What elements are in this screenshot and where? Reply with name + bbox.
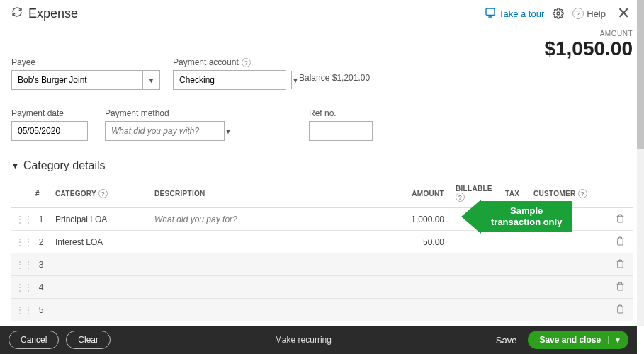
payee-label: Payee	[11, 57, 160, 67]
drag-handle-icon[interactable]: ⋮⋮	[11, 276, 31, 299]
chevron-down-icon[interactable]: ▼	[142, 71, 159, 89]
take-tour-link[interactable]: Take a tour	[485, 7, 544, 21]
chevron-down-icon[interactable]: ▼	[224, 122, 232, 140]
close-button[interactable]: ✕	[614, 4, 633, 23]
row-number: 3	[31, 253, 51, 276]
category-cell[interactable]	[51, 253, 150, 276]
col-category: CATEGORY ?	[51, 179, 150, 208]
tour-label: Take a tour	[499, 8, 544, 19]
tax-cell[interactable]	[501, 276, 529, 299]
tax-cell[interactable]	[501, 231, 529, 253]
description-cell[interactable]	[150, 299, 395, 321]
amount-cell[interactable]: 50.00	[395, 231, 451, 253]
amount-cell[interactable]	[395, 253, 451, 276]
title-text: Expense	[28, 6, 78, 21]
description-cell[interactable]	[150, 231, 395, 253]
chevron-down-icon[interactable]: ▼	[608, 336, 621, 344]
description-cell[interactable]	[150, 253, 395, 276]
category-cell[interactable]	[51, 276, 150, 299]
customer-cell[interactable]	[529, 253, 607, 276]
chevron-down-icon[interactable]: ▼	[291, 71, 299, 89]
delete-row-button[interactable]	[607, 299, 633, 321]
svg-rect-0	[486, 8, 495, 15]
drag-handle-icon[interactable]: ⋮⋮	[11, 299, 31, 321]
billable-cell[interactable]	[451, 276, 501, 299]
payee-input[interactable]	[12, 71, 142, 89]
drag-handle-icon[interactable]: ⋮⋮	[11, 253, 31, 276]
category-cell[interactable]	[51, 299, 150, 321]
amount-cell[interactable]: 1,000.00	[395, 208, 451, 231]
payment-date-label: Payment date	[11, 108, 88, 118]
help-icon[interactable]: ?	[98, 189, 108, 198]
billable-cell[interactable]	[451, 299, 501, 321]
page-title: Expense	[11, 6, 485, 21]
ref-no-input[interactable]	[309, 121, 373, 141]
payment-date-input[interactable]	[11, 121, 88, 141]
drag-handle-icon[interactable]: ⋮⋮	[11, 231, 31, 253]
chevron-down-icon: ▼	[11, 161, 19, 170]
clear-button[interactable]: Clear	[66, 331, 111, 349]
billable-cell[interactable]	[451, 231, 501, 253]
row-number: 5	[31, 299, 51, 321]
sample-callout: Sample transaction only	[461, 200, 572, 234]
table-row[interactable]: ⋮⋮4	[11, 276, 633, 299]
recurring-icon	[11, 6, 23, 21]
svg-point-1	[557, 12, 560, 15]
customer-cell[interactable]	[529, 276, 607, 299]
help-icon[interactable]: ?	[578, 189, 587, 198]
balance-text: Balance $1,201.00	[299, 73, 370, 83]
payment-account-select[interactable]: ▼	[173, 70, 286, 90]
save-and-close-button[interactable]: Save and close ▼	[528, 331, 628, 349]
row-number: 4	[31, 276, 51, 299]
customer-cell[interactable]	[529, 231, 607, 253]
help-label: Help	[587, 8, 606, 19]
help-button[interactable]: ? Help	[572, 8, 606, 19]
table-row[interactable]: ⋮⋮2Interest LOA50.00	[11, 231, 633, 253]
tax-cell[interactable]	[501, 299, 529, 321]
delete-row-button[interactable]	[607, 208, 633, 231]
amount-label: AMOUNT	[0, 30, 633, 38]
col-description: DESCRIPTION	[150, 179, 395, 208]
tour-icon	[485, 7, 496, 21]
payee-select[interactable]: ▼	[11, 70, 160, 90]
save-button[interactable]: Save	[496, 335, 517, 346]
delete-row-button[interactable]	[607, 253, 633, 276]
tax-cell[interactable]	[501, 253, 529, 276]
category-details-toggle[interactable]: ▼ Category details	[11, 159, 633, 172]
delete-row-button[interactable]	[607, 276, 633, 299]
footer-bar: Cancel Clear Make recurring Save Save an…	[0, 326, 637, 354]
billable-cell[interactable]	[451, 253, 501, 276]
table-row[interactable]: ⋮⋮5	[11, 299, 633, 321]
payment-method-input[interactable]	[106, 122, 224, 140]
payment-method-label: Payment method	[105, 108, 225, 118]
make-recurring-link[interactable]: Make recurring	[118, 335, 489, 345]
section-title-text: Category details	[23, 159, 106, 172]
amount-cell[interactable]	[395, 299, 451, 321]
category-cell[interactable]: Principal LOA	[51, 208, 150, 231]
description-cell[interactable]	[150, 276, 395, 299]
amount-cell[interactable]	[395, 276, 451, 299]
delete-row-button[interactable]	[607, 231, 633, 253]
help-icon: ?	[572, 8, 584, 19]
cancel-button[interactable]: Cancel	[9, 331, 59, 349]
settings-button[interactable]	[553, 8, 564, 19]
row-number: 2	[31, 231, 51, 253]
table-row[interactable]: ⋮⋮3	[11, 253, 633, 276]
col-num: #	[31, 179, 51, 208]
description-input[interactable]	[154, 215, 390, 224]
help-icon[interactable]: ?	[242, 58, 251, 67]
ref-no-label: Ref no.	[309, 108, 373, 118]
payment-method-select[interactable]: ▼	[105, 121, 225, 141]
payment-account-input[interactable]	[174, 71, 291, 89]
row-number: 1	[31, 208, 51, 231]
vertical-scrollbar[interactable]	[637, 0, 644, 326]
description-cell[interactable]	[150, 208, 395, 231]
col-amount: AMOUNT	[395, 179, 451, 208]
category-cell[interactable]: Interest LOA	[51, 231, 150, 253]
drag-handle-icon[interactable]: ⋮⋮	[11, 208, 31, 231]
payment-account-label: Payment account ?	[173, 57, 286, 67]
customer-cell[interactable]	[529, 299, 607, 321]
